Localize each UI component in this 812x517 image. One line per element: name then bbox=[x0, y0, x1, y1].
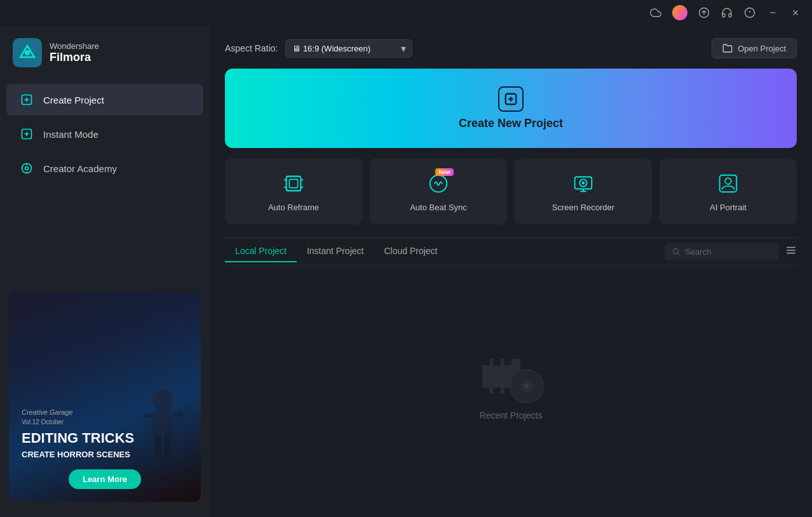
svg-rect-30 bbox=[289, 179, 297, 187]
svg-point-17 bbox=[25, 167, 29, 170]
svg-point-42 bbox=[725, 178, 731, 184]
sidebar: Wondershare Filmora Create Project bbox=[0, 25, 210, 517]
auto-reframe-icon-wrap bbox=[281, 171, 306, 196]
user-avatar[interactable] bbox=[672, 5, 687, 20]
minimize-button[interactable] bbox=[766, 6, 779, 19]
headphones-icon[interactable] bbox=[721, 6, 733, 19]
search-box bbox=[665, 243, 779, 260]
search-input[interactable] bbox=[685, 247, 771, 257]
promo-title: EDITING TRICKS bbox=[22, 431, 188, 446]
feature-card-ai-portrait[interactable]: AI Portrait bbox=[660, 158, 797, 225]
create-new-project-banner[interactable]: Create New Project bbox=[225, 69, 797, 148]
promo-subtitle: Creative Garage bbox=[22, 408, 188, 416]
svg-point-35 bbox=[430, 175, 447, 192]
aspect-ratio-row: Aspect Ratio: 🖥 16:9 (Widescreen) 4:3 1:… bbox=[225, 39, 412, 58]
tab-local-project[interactable]: Local Project bbox=[225, 241, 297, 262]
new-badge: New bbox=[435, 168, 454, 176]
svg-rect-49 bbox=[482, 359, 490, 365]
aspect-ratio-select-wrap: 🖥 16:9 (Widescreen) 4:3 1:1 9:16 bbox=[285, 39, 412, 58]
svg-line-44 bbox=[677, 253, 679, 254]
open-project-label: Open Project bbox=[738, 44, 786, 53]
svg-rect-29 bbox=[287, 177, 301, 191]
app-logo bbox=[13, 38, 42, 67]
main-content: Aspect Ratio: 🖥 16:9 (Widescreen) 4:3 1:… bbox=[210, 25, 812, 517]
tab-instant-project[interactable]: Instant Project bbox=[297, 241, 374, 262]
svg-rect-51 bbox=[504, 359, 511, 365]
promo-learn-more-button[interactable]: Learn More bbox=[69, 469, 141, 489]
promo-card[interactable]: Creative Garage Vol.12 October EDITING T… bbox=[9, 292, 201, 502]
aspect-ratio-select[interactable]: 🖥 16:9 (Widescreen) 4:3 1:1 9:16 bbox=[285, 39, 412, 58]
film-icon-wrap bbox=[479, 349, 543, 400]
close-button[interactable] bbox=[789, 6, 802, 19]
sidebar-item-instant-mode[interactable]: Instant Mode bbox=[6, 118, 203, 150]
list-view-toggle[interactable] bbox=[785, 245, 797, 258]
svg-point-43 bbox=[673, 248, 679, 253]
tabs-actions bbox=[665, 243, 797, 260]
cloud-icon[interactable] bbox=[649, 6, 662, 19]
open-project-button[interactable]: Open Project bbox=[712, 38, 797, 58]
svg-rect-50 bbox=[493, 359, 501, 365]
instant-mode-icon bbox=[19, 126, 34, 142]
create-banner-icon bbox=[498, 86, 524, 112]
feature-card-auto-reframe[interactable]: Auto Reframe bbox=[225, 158, 362, 225]
svg-rect-52 bbox=[482, 387, 490, 394]
search-icon bbox=[672, 247, 680, 256]
logo-text: Wondershare Filmora bbox=[50, 41, 99, 64]
recent-projects-label: Recent Projects bbox=[480, 410, 543, 420]
feature-card-screen-recorder[interactable]: Screen Recorder bbox=[515, 158, 652, 225]
auto-beat-sync-label: Auto Beat Sync bbox=[410, 203, 467, 212]
sidebar-item-creator-academy[interactable]: Creator Academy bbox=[6, 152, 203, 184]
info-icon[interactable] bbox=[743, 6, 756, 19]
title-bar bbox=[0, 0, 812, 25]
svg-rect-53 bbox=[493, 387, 501, 394]
upload-icon[interactable] bbox=[698, 6, 710, 19]
svg-point-57 bbox=[525, 384, 529, 388]
ai-portrait-icon bbox=[715, 171, 741, 196]
svg-point-9 bbox=[25, 50, 30, 55]
promo-desc: CREATE HORROR SCENES bbox=[22, 450, 188, 459]
logo-brand: Wondershare bbox=[50, 41, 99, 51]
auto-reframe-label: Auto Reframe bbox=[268, 203, 319, 212]
create-project-icon bbox=[19, 92, 34, 107]
auto-beat-sync-icon-wrap: New bbox=[426, 171, 451, 196]
projects-area: Local Project Instant Project Cloud Proj… bbox=[225, 238, 797, 504]
feature-cards: Auto Reframe New Auto Beat Sync bbox=[225, 158, 797, 225]
sidebar-item-label: Instant Mode bbox=[43, 129, 98, 140]
sidebar-item-label: Creator Academy bbox=[43, 163, 117, 174]
content-header: Aspect Ratio: 🖥 16:9 (Widescreen) 4:3 1:… bbox=[225, 38, 797, 58]
creator-academy-icon bbox=[19, 161, 34, 176]
ai-portrait-icon-wrap bbox=[715, 171, 741, 196]
feature-card-auto-beat-sync[interactable]: New Auto Beat Sync bbox=[370, 158, 507, 225]
tabs-row: Local Project Instant Project Cloud Proj… bbox=[225, 241, 447, 262]
promo-vol: Vol.12 October bbox=[22, 419, 188, 426]
empty-state: Recent Projects bbox=[225, 265, 797, 504]
logo-product: Filmora bbox=[50, 51, 99, 64]
sidebar-item-label: Create Project bbox=[43, 95, 104, 105]
aspect-ratio-label: Aspect Ratio: bbox=[225, 43, 278, 53]
tab-cloud-project[interactable]: Cloud Project bbox=[374, 241, 447, 262]
screen-recorder-icon-wrap bbox=[571, 171, 596, 196]
screen-recorder-label: Screen Recorder bbox=[552, 203, 614, 212]
create-banner-label: Create New Project bbox=[459, 117, 563, 130]
auto-reframe-icon bbox=[281, 171, 306, 196]
logo-area: Wondershare Filmora bbox=[0, 32, 210, 83]
svg-point-38 bbox=[582, 182, 585, 185]
sidebar-item-create-project[interactable]: Create Project bbox=[6, 84, 203, 116]
ai-portrait-label: AI Portrait bbox=[710, 203, 747, 212]
screen-recorder-icon bbox=[571, 171, 596, 196]
